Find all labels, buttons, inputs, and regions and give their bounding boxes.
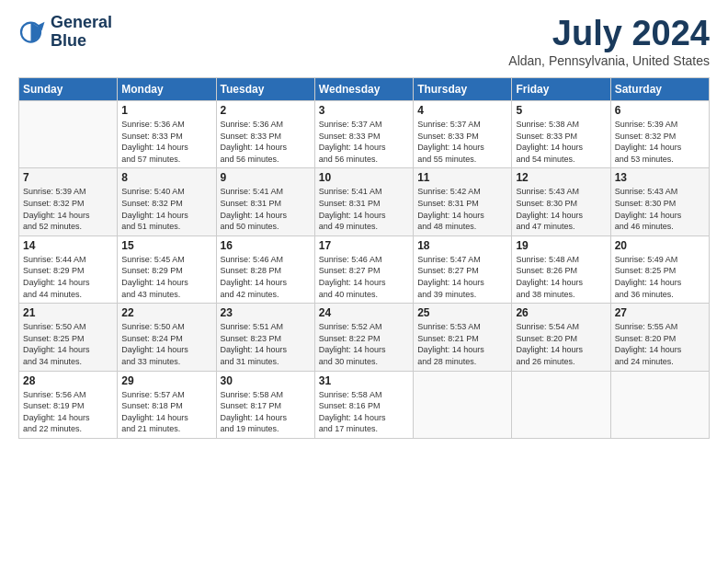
day-info: Sunrise: 5:56 AM Sunset: 8:19 PM Dayligh… xyxy=(23,389,113,435)
day-of-week-wednesday: Wednesday xyxy=(314,78,413,101)
day-number: 17 xyxy=(319,239,409,252)
day-info: Sunrise: 5:46 AM Sunset: 8:28 PM Dayligh… xyxy=(221,254,311,300)
logo: General Blue xyxy=(18,14,112,51)
day-info: Sunrise: 5:44 AM Sunset: 8:29 PM Dayligh… xyxy=(23,254,113,300)
calendar-cell: 30Sunrise: 5:58 AM Sunset: 8:17 PM Dayli… xyxy=(216,371,314,438)
day-number: 25 xyxy=(417,306,507,319)
calendar-cell: 4Sunrise: 5:37 AM Sunset: 8:33 PM Daylig… xyxy=(414,101,512,168)
day-of-week-monday: Monday xyxy=(118,78,216,101)
calendar-cell xyxy=(610,371,709,438)
day-info: Sunrise: 5:50 AM Sunset: 8:24 PM Dayligh… xyxy=(121,321,211,367)
day-info: Sunrise: 5:49 AM Sunset: 8:25 PM Dayligh… xyxy=(615,254,705,300)
calendar-cell: 13Sunrise: 5:43 AM Sunset: 8:30 PM Dayli… xyxy=(610,168,709,236)
day-info: Sunrise: 5:42 AM Sunset: 8:31 PM Dayligh… xyxy=(417,186,507,232)
calendar-cell: 14Sunrise: 5:44 AM Sunset: 8:29 PM Dayli… xyxy=(19,236,118,303)
calendar-cell: 19Sunrise: 5:48 AM Sunset: 8:26 PM Dayli… xyxy=(512,236,610,303)
day-info: Sunrise: 5:48 AM Sunset: 8:26 PM Dayligh… xyxy=(516,254,606,300)
day-number: 24 xyxy=(319,306,409,319)
day-of-week-saturday: Saturday xyxy=(610,78,709,101)
day-info: Sunrise: 5:50 AM Sunset: 8:25 PM Dayligh… xyxy=(23,321,113,367)
day-number: 26 xyxy=(516,306,606,319)
day-of-week-thursday: Thursday xyxy=(414,78,512,101)
week-row-5: 28Sunrise: 5:56 AM Sunset: 8:19 PM Dayli… xyxy=(19,371,710,438)
day-info: Sunrise: 5:38 AM Sunset: 8:33 PM Dayligh… xyxy=(516,119,606,165)
calendar-cell: 28Sunrise: 5:56 AM Sunset: 8:19 PM Dayli… xyxy=(19,371,118,438)
logo-text: General Blue xyxy=(51,14,112,51)
calendar-cell: 24Sunrise: 5:52 AM Sunset: 8:22 PM Dayli… xyxy=(314,304,413,371)
day-info: Sunrise: 5:54 AM Sunset: 8:20 PM Dayligh… xyxy=(516,321,606,367)
page: General Blue July 2024 Aldan, Pennsylvan… xyxy=(0,0,728,563)
calendar-table: SundayMondayTuesdayWednesdayThursdayFrid… xyxy=(18,77,710,439)
day-number: 9 xyxy=(221,171,311,184)
day-number: 31 xyxy=(319,374,409,387)
week-row-1: 1Sunrise: 5:36 AM Sunset: 8:33 PM Daylig… xyxy=(19,101,710,168)
logo-line2: Blue xyxy=(51,32,112,51)
calendar-cell: 17Sunrise: 5:46 AM Sunset: 8:27 PM Dayli… xyxy=(314,236,413,303)
day-number: 10 xyxy=(319,171,409,184)
day-info: Sunrise: 5:36 AM Sunset: 8:33 PM Dayligh… xyxy=(121,119,211,165)
calendar-cell: 15Sunrise: 5:45 AM Sunset: 8:29 PM Dayli… xyxy=(118,236,216,303)
logo-line1: General xyxy=(51,14,112,32)
day-number: 15 xyxy=(121,239,211,252)
calendar-cell: 26Sunrise: 5:54 AM Sunset: 8:20 PM Dayli… xyxy=(512,304,610,371)
day-of-week-friday: Friday xyxy=(512,78,610,101)
day-number: 4 xyxy=(417,104,507,117)
month-title: July 2024 xyxy=(508,14,710,53)
day-number: 22 xyxy=(121,306,211,319)
calendar-cell: 27Sunrise: 5:55 AM Sunset: 8:20 PM Dayli… xyxy=(610,304,709,371)
day-info: Sunrise: 5:51 AM Sunset: 8:23 PM Dayligh… xyxy=(221,321,311,367)
calendar-cell: 12Sunrise: 5:43 AM Sunset: 8:30 PM Dayli… xyxy=(512,168,610,236)
day-number: 30 xyxy=(221,374,311,387)
day-info: Sunrise: 5:45 AM Sunset: 8:29 PM Dayligh… xyxy=(121,254,211,300)
day-of-week-tuesday: Tuesday xyxy=(216,78,314,101)
calendar-cell: 7Sunrise: 5:39 AM Sunset: 8:32 PM Daylig… xyxy=(19,168,118,236)
calendar-cell: 22Sunrise: 5:50 AM Sunset: 8:24 PM Dayli… xyxy=(118,304,216,371)
calendar-cell: 6Sunrise: 5:39 AM Sunset: 8:32 PM Daylig… xyxy=(610,101,709,168)
day-info: Sunrise: 5:55 AM Sunset: 8:20 PM Dayligh… xyxy=(615,321,705,367)
day-info: Sunrise: 5:58 AM Sunset: 8:16 PM Dayligh… xyxy=(319,389,409,435)
title-area: July 2024 Aldan, Pennsylvania, United St… xyxy=(508,14,710,68)
day-info: Sunrise: 5:39 AM Sunset: 8:32 PM Dayligh… xyxy=(615,119,705,165)
day-number: 13 xyxy=(615,171,705,184)
calendar-cell: 16Sunrise: 5:46 AM Sunset: 8:28 PM Dayli… xyxy=(216,236,314,303)
calendar-cell: 1Sunrise: 5:36 AM Sunset: 8:33 PM Daylig… xyxy=(118,101,216,168)
day-number: 20 xyxy=(615,239,705,252)
calendar-cell xyxy=(19,101,118,168)
day-info: Sunrise: 5:41 AM Sunset: 8:31 PM Dayligh… xyxy=(221,186,311,232)
day-number: 2 xyxy=(221,104,311,117)
day-number: 27 xyxy=(615,306,705,319)
day-number: 6 xyxy=(615,104,705,117)
day-number: 29 xyxy=(121,374,211,387)
day-info: Sunrise: 5:52 AM Sunset: 8:22 PM Dayligh… xyxy=(319,321,409,367)
day-info: Sunrise: 5:41 AM Sunset: 8:31 PM Dayligh… xyxy=(319,186,409,232)
calendar-cell: 3Sunrise: 5:37 AM Sunset: 8:33 PM Daylig… xyxy=(314,101,413,168)
calendar-cell: 11Sunrise: 5:42 AM Sunset: 8:31 PM Dayli… xyxy=(414,168,512,236)
logo-icon xyxy=(18,18,46,46)
calendar-cell: 9Sunrise: 5:41 AM Sunset: 8:31 PM Daylig… xyxy=(216,168,314,236)
week-row-3: 14Sunrise: 5:44 AM Sunset: 8:29 PM Dayli… xyxy=(19,236,710,303)
calendar-cell: 23Sunrise: 5:51 AM Sunset: 8:23 PM Dayli… xyxy=(216,304,314,371)
day-info: Sunrise: 5:37 AM Sunset: 8:33 PM Dayligh… xyxy=(417,119,507,165)
week-row-2: 7Sunrise: 5:39 AM Sunset: 8:32 PM Daylig… xyxy=(19,168,710,236)
calendar-cell: 8Sunrise: 5:40 AM Sunset: 8:32 PM Daylig… xyxy=(118,168,216,236)
day-number: 28 xyxy=(23,374,113,387)
calendar-cell: 18Sunrise: 5:47 AM Sunset: 8:27 PM Dayli… xyxy=(414,236,512,303)
day-number: 8 xyxy=(121,171,211,184)
day-number: 21 xyxy=(23,306,113,319)
day-info: Sunrise: 5:57 AM Sunset: 8:18 PM Dayligh… xyxy=(121,389,211,435)
day-number: 3 xyxy=(319,104,409,117)
calendar-cell: 10Sunrise: 5:41 AM Sunset: 8:31 PM Dayli… xyxy=(314,168,413,236)
day-number: 16 xyxy=(221,239,311,252)
calendar-cell: 25Sunrise: 5:53 AM Sunset: 8:21 PM Dayli… xyxy=(414,304,512,371)
day-info: Sunrise: 5:58 AM Sunset: 8:17 PM Dayligh… xyxy=(221,389,311,435)
day-number: 23 xyxy=(221,306,311,319)
calendar-cell: 20Sunrise: 5:49 AM Sunset: 8:25 PM Dayli… xyxy=(610,236,709,303)
calendar-header-row: SundayMondayTuesdayWednesdayThursdayFrid… xyxy=(19,78,710,101)
calendar-body: 1Sunrise: 5:36 AM Sunset: 8:33 PM Daylig… xyxy=(19,101,710,439)
calendar-cell: 31Sunrise: 5:58 AM Sunset: 8:16 PM Dayli… xyxy=(314,371,413,438)
day-number: 12 xyxy=(516,171,606,184)
calendar-cell: 29Sunrise: 5:57 AM Sunset: 8:18 PM Dayli… xyxy=(118,371,216,438)
location: Aldan, Pennsylvania, United States xyxy=(508,53,710,68)
day-info: Sunrise: 5:43 AM Sunset: 8:30 PM Dayligh… xyxy=(516,186,606,232)
calendar-cell: 5Sunrise: 5:38 AM Sunset: 8:33 PM Daylig… xyxy=(512,101,610,168)
